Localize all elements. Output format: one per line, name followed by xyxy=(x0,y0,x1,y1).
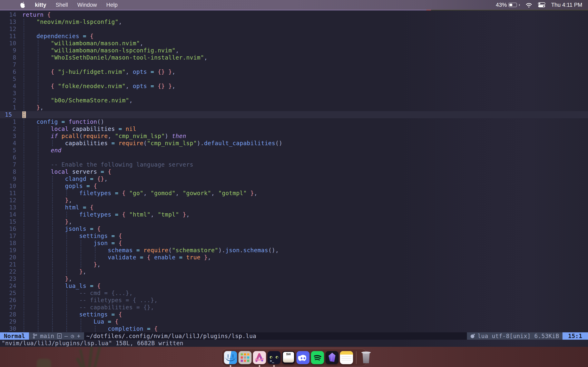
code-line[interactable]: 3┆ ┆ if pcall(require, "cmp_nvim_lsp") t… xyxy=(0,133,588,140)
cursor-position: 15:1 xyxy=(562,332,588,340)
code-line[interactable]: 15┆ xyxy=(0,111,588,118)
code-line[interactable]: 12┆ ┆ ┆ }, xyxy=(0,197,588,204)
dock-icon-notes[interactable] xyxy=(340,351,353,364)
code-line[interactable]: 8┆ ┆ "WhoIsSethDaniel/mason-tool-install… xyxy=(0,54,588,61)
code-line[interactable]: 23┆ ┆ ┆ }, xyxy=(0,275,588,282)
code-line[interactable]: 28┆ ┆ ┆ ┆ settings = { xyxy=(0,311,588,318)
code-line[interactable]: 7┆ ┆ -- Enable the following language se… xyxy=(0,161,588,168)
code-line[interactable]: 29┆ ┆ ┆ ┆ ┆ Lua = { xyxy=(0,318,588,325)
line-number: 28 xyxy=(0,311,16,318)
code-line[interactable]: 7┆ ┆ xyxy=(0,61,588,68)
menu-app-name[interactable]: kitty xyxy=(35,2,46,8)
code-line[interactable]: 14return { xyxy=(0,11,588,18)
code-line[interactable]: 13┆ "neovim/nvim-lspconfig", xyxy=(0,18,588,25)
dock-icon-spotify[interactable] xyxy=(311,351,324,364)
code-line[interactable]: 17┆ ┆ ┆ ┆ settings = { xyxy=(0,233,588,240)
line-number: 8 xyxy=(0,54,16,61)
code-line[interactable]: 14┆ ┆ ┆ ┆ filetypes = { "html", "tmpl" }… xyxy=(0,211,588,218)
code-line[interactable]: 6┆ ┆ { "j-hui/fidget.nvim", opts = {} }, xyxy=(0,68,588,75)
block-cursor: ┆ xyxy=(22,111,26,118)
code-line[interactable]: 4┆ ┆ { "folke/neodev.nvim", opts = {} }, xyxy=(0,83,588,90)
code-area[interactable]: 14return {13┆ "neovim/nvim-lspconfig",12… xyxy=(0,11,588,332)
line-number: 17 xyxy=(0,233,16,239)
line-number: 2 xyxy=(0,97,16,104)
control-center-icon[interactable] xyxy=(538,2,545,8)
line-number: 29 xyxy=(0,318,16,325)
battery-status[interactable]: 43% xyxy=(496,2,520,8)
code-line[interactable]: 15┆ ┆ ┆ }, xyxy=(0,218,588,225)
code-line[interactable]: 20┆ ┆ ┆ ┆ ┆ ┆ validate = { enable = true… xyxy=(0,254,588,261)
code-line[interactable]: 3┆ ┆ xyxy=(0,90,588,97)
vim-mode-indicator: Normal xyxy=(0,332,29,340)
code-line[interactable]: 5┆ ┆ xyxy=(0,75,588,83)
code-line[interactable]: 16┆ ┆ ┆ jsonls = { xyxy=(0,225,588,233)
code-line[interactable]: 11┆ dependencies = { xyxy=(0,33,588,40)
code-line[interactable]: 4┆ ┆ ┆ capabilities = require("cmp_nvim_… xyxy=(0,140,588,147)
nvim-statusline: Normal main ± – ◷ + ~/dotfiles/.config/n… xyxy=(0,332,588,340)
code-line[interactable]: 2┆ ┆ "b0o/SchemaStore.nvim", xyxy=(0,97,588,104)
code-line[interactable]: 24┆ ┆ ┆ lua_ls = { xyxy=(0,282,588,290)
code-line[interactable]: 22┆ ┆ ┆ ┆ }, xyxy=(0,268,588,275)
code-line[interactable]: 18┆ ┆ ┆ ┆ ┆ json = { xyxy=(0,240,588,247)
menu-item-shell[interactable]: Shell xyxy=(56,2,68,8)
code-line[interactable]: 2┆ ┆ local capabilities = nil xyxy=(0,125,588,133)
dock-icon-kitty[interactable]: >_ xyxy=(268,351,281,364)
code-line[interactable]: 8┆ ┆ local servers = { xyxy=(0,168,588,175)
vim-message-line: "nvim/lua/lilJ/plugins/lsp.lua" 158L, 66… xyxy=(0,340,588,347)
desktop: kitty Shell Window Help 43% xyxy=(0,0,588,367)
git-branch-name: main xyxy=(40,333,54,340)
dock-icon-finder[interactable] xyxy=(224,351,237,364)
line-number: 18 xyxy=(0,240,16,247)
kitty-terminal-window[interactable]: 14return {13┆ "neovim/nvim-lspconfig",12… xyxy=(0,10,588,347)
code-line[interactable]: 10┆ ┆ "williamboman/mason.nvim", xyxy=(0,40,588,47)
dock-icon-discord[interactable] xyxy=(296,351,310,364)
dock-icon-keycap[interactable]: $W xyxy=(282,351,295,364)
plus-indicator: + xyxy=(77,333,80,340)
code-line[interactable]: 21┆ ┆ ┆ ┆ ┆ }, xyxy=(0,261,588,268)
dock-icon-trash[interactable] xyxy=(360,351,373,364)
file-path: ~/dotfiles/.config/nvim/lua/lilJ/plugins… xyxy=(84,332,467,340)
line-number: 22 xyxy=(0,268,16,275)
line-number: 1 xyxy=(0,104,16,111)
menu-item-window[interactable]: Window xyxy=(77,2,97,8)
line-number: 13 xyxy=(0,18,16,25)
menu-clock[interactable]: Thu 4:11 PM xyxy=(551,2,582,8)
code-line[interactable]: 11┆ ┆ ┆ ┆ filetypes = { "go", "gomod", "… xyxy=(0,190,588,197)
line-number: 9 xyxy=(0,175,16,182)
code-line[interactable]: 19┆ ┆ ┆ ┆ ┆ ┆ schemas = require("schemas… xyxy=(0,247,588,254)
code-line[interactable]: 10┆ ┆ ┆ gopls = { xyxy=(0,183,588,190)
code-line[interactable]: 9┆ ┆ ┆ clangd = {}, xyxy=(0,175,588,183)
code-line[interactable]: 9┆ ┆ "williamboman/mason-lspconfig.nvim"… xyxy=(0,47,588,54)
line-number: 20 xyxy=(0,254,16,261)
dock: >_$W xyxy=(222,349,367,366)
dock-icon-obsidian[interactable] xyxy=(325,351,338,364)
line-number: 4 xyxy=(0,140,16,147)
menu-item-help[interactable]: Help xyxy=(106,2,118,8)
line-number: 15 xyxy=(0,111,16,118)
line-number: 6 xyxy=(0,68,16,75)
line-number: 14 xyxy=(0,11,16,18)
code-line[interactable]: 26┆ ┆ ┆ ┆ -- filetypes = { ...}, xyxy=(0,297,588,304)
battery-tip xyxy=(519,4,520,6)
line-number: 25 xyxy=(0,290,16,296)
code-line[interactable]: 5┆ ┆ end xyxy=(0,147,588,154)
code-line[interactable]: 1┆ config = function() xyxy=(0,118,588,125)
line-number: 14 xyxy=(0,211,16,218)
dock-icon-arc[interactable] xyxy=(253,351,266,364)
apple-menu-icon[interactable] xyxy=(20,2,26,8)
code-line[interactable]: 1┆ }, xyxy=(0,104,588,111)
code-line[interactable]: 13┆ ┆ ┆ html = { xyxy=(0,204,588,211)
line-number: 7 xyxy=(0,61,16,68)
code-line[interactable]: 6┆ ┆ xyxy=(0,154,588,161)
code-line[interactable]: 30┆ ┆ ┆ ┆ ┆ ┆ completion = { xyxy=(0,325,588,332)
code-line[interactable]: 25┆ ┆ ┆ ┆ -- cmd = {...}, xyxy=(0,290,588,297)
wifi-icon[interactable] xyxy=(526,2,532,8)
line-number: 21 xyxy=(0,261,16,268)
code-line[interactable]: 12┆ xyxy=(0,25,588,33)
line-number: 15 xyxy=(0,218,16,225)
dock-icon-launchpad[interactable] xyxy=(238,351,251,364)
line-number: 23 xyxy=(0,275,16,282)
line-number: 10 xyxy=(0,183,16,189)
line-number: 16 xyxy=(0,225,16,232)
code-line[interactable]: 27┆ ┆ ┆ ┆ -- capabilities = {}, xyxy=(0,304,588,311)
